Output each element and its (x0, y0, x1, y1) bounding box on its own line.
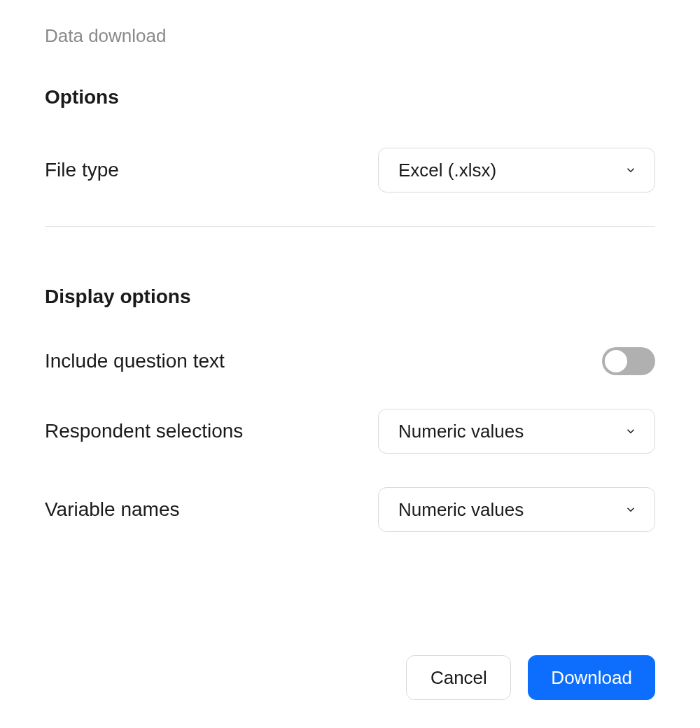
respondent-selections-label: Respondent selections (45, 420, 243, 442)
variable-names-value: Numeric values (398, 499, 524, 521)
breadcrumb: Data download (45, 25, 655, 47)
variable-names-label: Variable names (45, 498, 179, 521)
file-type-select[interactable]: Excel (.xlsx) (378, 148, 655, 192)
chevron-down-icon (624, 424, 638, 438)
options-section-title: Options (45, 86, 655, 108)
chevron-down-icon (624, 503, 638, 517)
toggle-knob (605, 350, 627, 372)
variable-names-select[interactable]: Numeric values (378, 487, 655, 532)
chevron-down-icon (624, 163, 638, 177)
footer-actions: Cancel Download (406, 655, 655, 700)
respondent-selections-value: Numeric values (398, 421, 524, 442)
respondent-selections-select[interactable]: Numeric values (378, 409, 655, 454)
file-type-value: Excel (.xlsx) (398, 160, 496, 181)
include-question-text-row: Include question text (45, 347, 655, 375)
cancel-button[interactable]: Cancel (406, 655, 511, 700)
data-download-panel: Data download Options File type Excel (.… (0, 0, 700, 728)
download-button[interactable]: Download (528, 655, 655, 700)
variable-names-row: Variable names Numeric values (45, 487, 655, 532)
include-question-text-label: Include question text (45, 350, 225, 372)
include-question-text-toggle[interactable] (602, 347, 655, 375)
file-type-row: File type Excel (.xlsx) (45, 148, 655, 192)
file-type-label: File type (45, 159, 119, 181)
display-options-section-title: Display options (45, 286, 655, 308)
divider (45, 226, 655, 227)
respondent-selections-row: Respondent selections Numeric values (45, 409, 655, 454)
